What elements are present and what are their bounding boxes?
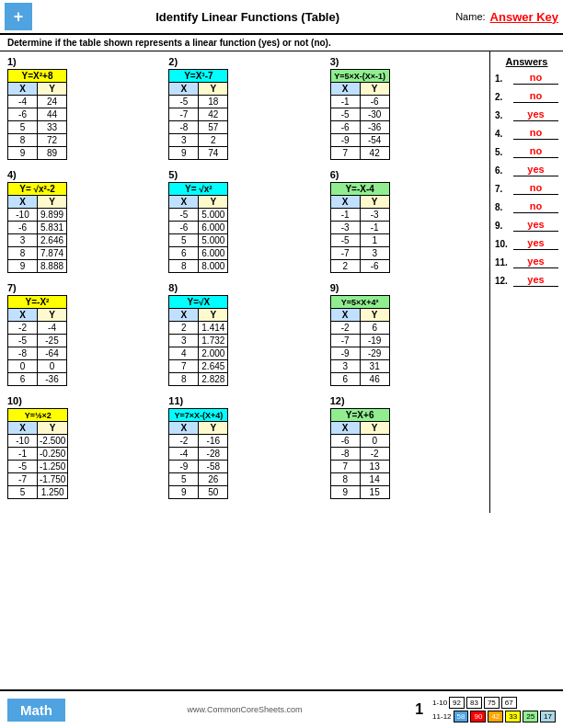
- score-box-90: 90: [470, 711, 486, 722]
- problem-1-table: Y=X²+8 XY -424 -644 533 872 989: [7, 69, 67, 160]
- score-box-58: 58: [454, 711, 469, 722]
- page-title: Identify Linear Functions (Table): [40, 10, 455, 24]
- problem-2-label: 2): [168, 56, 320, 67]
- problem-3: 3) Y=5×X-(X×-1) XY -1-6 -5-30 -6-36 -9-5…: [330, 56, 482, 160]
- answer-5-num: 5.: [495, 147, 513, 157]
- problem-10-label: 10): [7, 395, 159, 406]
- problem-2-formula: Y=X³-7: [169, 70, 228, 83]
- answer-item-7: 7. no: [495, 182, 558, 195]
- score-box-83: 83: [466, 697, 482, 709]
- main-content: 1) Y=X²+8 XY -424 -644 533 872 989 2): [0, 51, 563, 513]
- answer-3-value: yes: [513, 108, 558, 121]
- problem-11-formula: Y=7×X-(X+4): [169, 409, 228, 422]
- problem-1-label: 1): [7, 56, 159, 67]
- score-row-1: 1-10 92 83 75 67: [432, 697, 556, 709]
- instructions: Determine if the table shown represents …: [0, 35, 563, 51]
- problem-row-2: 4) Y= √x²-2 XY -109.899 -65.831 32.646 8…: [7, 169, 482, 273]
- problem-1: 1) Y=X²+8 XY -424 -644 533 872 989: [7, 56, 159, 160]
- answer-item-5: 5. no: [495, 145, 558, 158]
- problem-5-label: 5): [168, 169, 320, 180]
- problem-4-label: 4): [7, 169, 159, 180]
- footer-url: www.CommonCoreSheets.com: [75, 705, 415, 714]
- score-label-2: 11-12: [432, 712, 451, 721]
- problem-8-formula: Y=√X: [169, 296, 228, 309]
- problem-4: 4) Y= √x²-2 XY -109.899 -65.831 32.646 8…: [7, 169, 159, 273]
- score-box-42: 42: [488, 711, 503, 722]
- answer-item-10: 10. yes: [495, 237, 558, 250]
- answer-6-value: yes: [513, 164, 558, 176]
- problem-row-1: 1) Y=X²+8 XY -424 -644 533 872 989 2): [7, 56, 482, 160]
- answer-3-num: 3.: [495, 110, 513, 120]
- problem-12-table: Y=X+6 XY -60 -8-2 713 814 915: [330, 408, 390, 499]
- problem-12-formula: Y=X+6: [330, 409, 389, 422]
- answer-item-1: 1. no: [495, 72, 558, 85]
- answer-12-num: 12.: [495, 276, 513, 286]
- score-box-33: 33: [505, 711, 521, 722]
- score-label-1: 1-10: [432, 699, 447, 707]
- score-box-25: 25: [523, 711, 538, 722]
- logo: +: [5, 3, 32, 30]
- name-label: Name:: [455, 11, 485, 22]
- problem-10: 10) Y=⅛×2 XY -10-2.500 -1-0.250 -5-1.250…: [7, 395, 159, 499]
- answer-5-value: no: [513, 145, 558, 158]
- score-box-67: 67: [501, 697, 517, 709]
- problem-2-table: Y=X³-7 XY -518 -742 -857 32 974: [168, 69, 228, 160]
- problem-3-formula: Y=5×X-(X×-1): [330, 70, 389, 83]
- problem-8-label: 8): [168, 282, 320, 293]
- problem-11: 11) Y=7×X-(X+4) XY -2-16 -4-28 -9-58 526…: [168, 395, 320, 499]
- answer-1-num: 1.: [495, 74, 513, 84]
- answer-8-num: 8.: [495, 202, 513, 212]
- answer-12-value: yes: [513, 274, 558, 287]
- score-box-75: 75: [484, 697, 500, 709]
- answer-9-num: 9.: [495, 221, 513, 231]
- answers-title: Answers: [495, 56, 558, 67]
- answer-2-value: no: [513, 90, 558, 103]
- answer-8-value: no: [513, 200, 558, 213]
- answer-key-label: Answer Key: [490, 10, 558, 24]
- problem-8-table: Y=√X XY 21.414 31.732 42.000 72.645 82.8…: [168, 295, 228, 386]
- problem-11-label: 11): [168, 395, 320, 406]
- problem-11-table: Y=7×X-(X+4) XY -2-16 -4-28 -9-58 526 950: [168, 408, 228, 499]
- problem-12-label: 12): [330, 395, 482, 406]
- problem-7-formula: Y=-X²: [8, 296, 67, 309]
- problem-8: 8) Y=√X XY 21.414 31.732 42.000 72.645 8…: [168, 282, 320, 386]
- problem-7-label: 7): [7, 282, 159, 293]
- score-box-17: 17: [540, 711, 556, 722]
- problem-row-3: 7) Y=-X² XY -2-4 -5-25 -8-64 00 6-36 8): [7, 282, 482, 386]
- problem-10-table: Y=⅛×2 XY -10-2.500 -1-0.250 -5-1.250 -7-…: [7, 408, 68, 499]
- problem-10-formula: Y=⅛×2: [8, 409, 68, 422]
- answer-2-num: 2.: [495, 92, 513, 102]
- problem-2: 2) Y=X³-7 XY -518 -742 -857 32 974: [168, 56, 320, 160]
- footer-scores: 1-10 92 83 75 67 11-12 58 90 42 33 25 17: [432, 697, 556, 722]
- problem-6-table: Y=-X-4 XY -1-3 -3-1 -51 -73 2-6: [330, 182, 390, 273]
- answers-sidebar: Answers 1. no 2. no 3. yes 4. no 5. no: [489, 51, 563, 513]
- answer-10-value: yes: [513, 237, 558, 250]
- problem-4-formula: Y= √x²-2: [8, 183, 67, 196]
- problem-4-table: Y= √x²-2 XY -109.899 -65.831 32.646 87.8…: [7, 182, 67, 273]
- problem-9-formula: Y=5×X+4²: [330, 296, 389, 309]
- problems-area: 1) Y=X²+8 XY -424 -644 533 872 989 2): [0, 51, 489, 513]
- answer-4-num: 4.: [495, 129, 513, 139]
- problem-6-formula: Y=-X-4: [330, 183, 389, 196]
- answer-item-3: 3. yes: [495, 108, 558, 121]
- answer-item-11: 11. yes: [495, 256, 558, 268]
- problem-5-formula: Y= √x²: [169, 183, 228, 196]
- answer-7-value: no: [513, 182, 558, 195]
- answer-10-num: 10.: [495, 239, 513, 249]
- problem-1-formula: Y=X²+8: [8, 70, 67, 83]
- problem-5: 5) Y= √x² XY -55.000 -66.000 55.000 66.0…: [168, 169, 320, 273]
- footer-math-label: Math: [7, 699, 65, 722]
- answer-1-value: no: [513, 72, 558, 85]
- answer-item-6: 6. yes: [495, 164, 558, 176]
- problem-6: 6) Y=-X-4 XY -1-3 -3-1 -51 -73 2-6: [330, 169, 482, 273]
- problem-5-table: Y= √x² XY -55.000 -66.000 55.000 66.000 …: [168, 182, 228, 273]
- problem-row-4: 10) Y=⅛×2 XY -10-2.500 -1-0.250 -5-1.250…: [7, 395, 482, 499]
- answer-item-12: 12. yes: [495, 274, 558, 287]
- problem-9-label: 9): [330, 282, 482, 293]
- score-box-92: 92: [449, 697, 465, 709]
- answer-4-value: no: [513, 127, 558, 140]
- problem-3-label: 3): [330, 56, 482, 67]
- footer: Math www.CommonCoreSheets.com 1 1-10 92 …: [0, 689, 563, 728]
- answer-11-num: 11.: [495, 257, 513, 267]
- answer-item-4: 4. no: [495, 127, 558, 140]
